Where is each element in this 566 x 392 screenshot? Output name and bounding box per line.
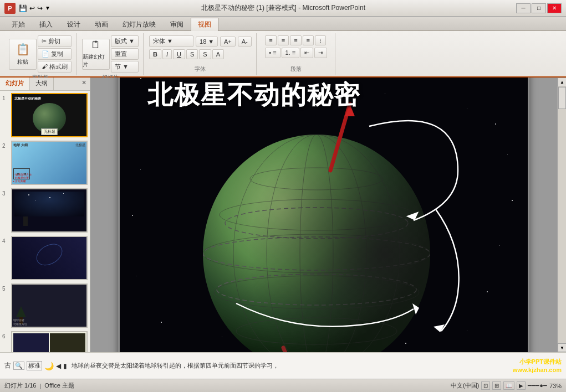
paragraph-label: 段落 [290,65,302,73]
view-normal-btn[interactable]: ⊡ [481,381,490,390]
notes-bar: 古 🔍 标准 🌙 ◀ ▮ 地球的昼夜交替是太阳绕着地球转引起的，根据第四单元前面… [0,352,566,379]
font-family-select[interactable]: 宋体 ▼ [149,35,193,47]
slide-thumb-4[interactable]: "迹" 北斗星 [11,236,88,280]
slides-list[interactable]: 1 北极星不动的秘密 无标题 2 地球 大纲 [0,91,90,352]
slides-buttons: 🗒 新建幻灯片 版式 ▼ 重置 节 ▼ [82,35,139,73]
paste-button[interactable]: 📋 粘贴 [9,39,37,70]
font-buttons: 宋体 ▼ 18 ▼ A+ A- B I U S S A [149,35,252,64]
slide-thumb-2[interactable]: 地球 大纲 北极星 ▪ 地球自转方向▪ 北极星位置▪ 方向判断 [11,141,88,185]
slide-item-4[interactable]: 4 "迹" 北斗星 [2,236,88,280]
scroll-down-arrow[interactable]: ▼ [558,343,566,352]
redo-icon[interactable]: ↪ [37,4,43,12]
view-read-btn[interactable]: 📖 [503,381,514,390]
font-color-button[interactable]: A [212,49,224,59]
star1 [28,194,29,195]
slide-number-3: 3 [2,190,9,197]
copy-button[interactable]: 📄 复制 [38,48,72,60]
theme-label: Office 主题 [44,381,74,390]
cut-button[interactable]: ✂ 剪切 [38,35,72,47]
tab-insert[interactable]: 插入 [32,18,60,31]
slide-thumb-3[interactable] [11,188,88,233]
font-size-decrease[interactable]: A- [238,37,252,47]
slide-thumb-1[interactable]: 北极星不动的秘密 无标题 [11,93,88,137]
tab-slides[interactable]: 幻灯片 [0,78,30,90]
window-title: 北极星不动的秘密 (1) [兼容模式] - Microsoft PowerPoi… [50,3,516,13]
notes-icon-moon: 🌙 [44,362,54,370]
slide-number-2: 2 [2,143,9,149]
reset-button[interactable]: 重置 [111,48,139,60]
watermark-line2: www.kjzhan.com [513,366,562,374]
slide-item-3[interactable]: 3 [2,188,88,233]
star3 [63,193,64,194]
format-painter-button[interactable]: 🖌 格式刷 [38,61,72,73]
title-bar: P 💾 ↩ ↪ ▼ 北极星不动的秘密 (1) [兼容模式] - Microsof… [0,0,566,17]
maximize-button[interactable]: □ [532,3,546,13]
list-row: • ≡ 1. ≡ ⇤ ⇥ [265,48,327,58]
align-center-button[interactable]: ≡ [278,35,289,45]
thumb6-images [13,333,85,352]
indent-increase-button[interactable]: ⇥ [314,48,327,58]
star-13 [487,291,488,292]
scroll-up-arrow[interactable]: ▲ [558,78,566,86]
zoom-slider[interactable]: ━━━●━ [528,382,547,389]
close-button[interactable]: ✕ [547,3,562,13]
slide-item-6[interactable]: 6 ▪ 地球 ▪ 北极星▪ 自转 ▪ 方向 [2,331,88,352]
close-panel-button[interactable]: ✕ [78,78,90,90]
group-slides: 🗒 新建幻灯片 版式 ▼ 重置 节 ▼ 幻灯片 [78,33,144,75]
align-right-button[interactable]: ≡ [290,35,301,45]
app-icon: P [4,3,16,14]
bullet-list-button[interactable]: • ≡ [265,48,280,58]
shadow-button[interactable]: S [199,49,211,59]
minimize-button[interactable]: ─ [516,3,531,13]
thumb3-stars [14,192,84,216]
tab-slideshow[interactable]: 幻灯片放映 [115,18,163,31]
tab-view[interactable]: 视图 [191,18,218,31]
tab-outline[interactable]: 大纲 [30,78,54,90]
save-icon[interactable]: 💾 [19,4,27,12]
vertical-scrollbar[interactable]: ▲ ▼ [557,78,566,352]
zoom-level: 73% [549,383,562,389]
slide-item-2[interactable]: 2 地球 大纲 北极星 ▪ 地球自转方向▪ 北极星位置▪ 方向判断 [2,141,88,185]
thumb2-title2: 北极星 [75,143,85,148]
slide-item-5[interactable]: 5 地球自转北极星方位 [2,283,88,328]
tab-animation[interactable]: 动画 [88,18,115,31]
italic-button[interactable]: I [162,49,172,59]
star-1 [140,78,141,79]
number-list-button[interactable]: 1. ≡ [282,48,300,58]
section-button[interactable]: 节 ▼ [111,61,139,73]
notes-icon-clipboard: 古 [4,361,11,370]
tab-design[interactable]: 设计 [60,18,88,31]
dropdown-icon[interactable]: ▼ [45,5,50,11]
align-left-button[interactable]: ≡ [265,35,276,45]
strikethrough-button[interactable]: S [186,49,198,59]
view-present-btn[interactable]: ▶ [517,381,526,390]
notes-icon-star: 🔍 [13,362,24,370]
bold-button[interactable]: B [149,49,161,59]
slide-item-1[interactable]: 1 北极星不动的秘密 无标题 [2,93,88,137]
view-slide-btn[interactable]: ⊞ [492,381,501,390]
notes-icon-circle: 标准 [27,361,42,370]
new-slide-button[interactable]: 🗒 新建幻灯片 [82,39,110,70]
ribbon-content: 📋 粘贴 ✂ 剪切 📄 复制 🖌 格式刷 剪贴板 🗒 新建幻灯片 版式 ▼ [0,31,566,78]
undo-icon[interactable]: ↩ [29,4,35,12]
group-font: 宋体 ▼ 18 ▼ A+ A- B I U S S A 字体 [145,33,257,75]
scroll-thumb[interactable] [558,87,566,109]
indent-decrease-button[interactable]: ⇤ [300,48,313,58]
slide-canvas: 北极星不动的秘密 [118,78,529,352]
justify-button[interactable]: ≡ [303,35,314,45]
underline-button[interactable]: U [173,49,185,59]
font-size-increase[interactable]: A+ [220,37,236,47]
tab-start[interactable]: 开始 [4,18,32,31]
slide-thumb-6[interactable]: ▪ 地球 ▪ 北极星▪ 自转 ▪ 方向 [11,331,88,352]
font-size-select[interactable]: 18 ▼ [196,37,218,47]
tab-review[interactable]: 审阅 [163,18,191,31]
slide-count: 幻灯片 1/16 [4,381,36,390]
main-area: 幻灯片 大纲 ✕ 1 北极星不动的秘密 无标题 [0,78,566,352]
window-controls: ─ □ ✕ [516,3,562,13]
slide-thumb-5[interactable]: 地球自转北极星方位 [11,283,88,328]
columns-button[interactable]: ⫶ [315,35,326,45]
thumb6-img2 [50,333,85,352]
dot1 [17,173,19,175]
canvas-area[interactable]: 北极星不动的秘密 [90,78,557,352]
layout-button[interactable]: 版式 ▼ [111,35,139,47]
